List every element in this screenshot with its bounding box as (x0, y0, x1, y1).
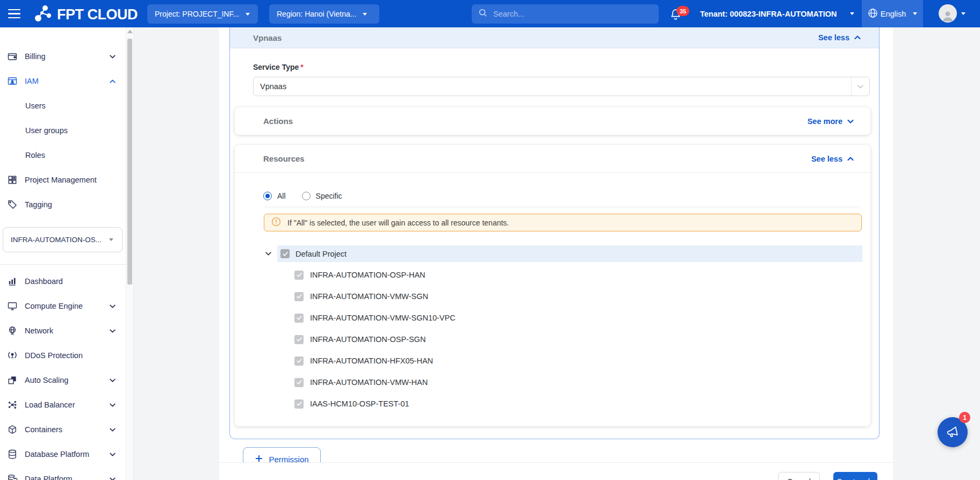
main-content: Vpnaas See less Service Type* Vpnaas Act… (219, 27, 893, 480)
language-dropdown[interactable]: English (862, 0, 923, 27)
sidebar-item-users[interactable]: Users (0, 93, 126, 118)
chevron-down-icon (109, 303, 116, 310)
tree-expand-caret-icon[interactable] (265, 250, 272, 257)
chevron-down-icon (851, 77, 869, 96)
sidebar-item-project-management[interactable]: Project Management (0, 168, 126, 192)
divider (263, 207, 860, 207)
announcement-count-badge: 1 (959, 412, 970, 423)
footer-action-bar: Cancel Create role (219, 462, 893, 480)
notification-count-badge: 35 (676, 6, 689, 16)
caret-down-icon (913, 12, 917, 15)
global-search (472, 4, 659, 24)
see-less-button[interactable]: See less (818, 33, 861, 42)
resource-item: IAAS-HCM10-OSP-TEST-01 (235, 393, 870, 414)
resource-tree: Default Project INFRA-AUTOMATION-OSP-HAN… (235, 245, 870, 414)
tenant-dropdown[interactable]: Tenant: 000823-INFRA-AUTOMATION (700, 0, 854, 27)
hamburger-menu-icon[interactable] (6, 7, 23, 20)
project-management-icon (7, 174, 18, 185)
tree-parent-label: Default Project (296, 250, 347, 258)
database-platform-icon (7, 449, 18, 460)
chevron-down-icon (847, 118, 854, 125)
chevron-down-icon (109, 476, 116, 480)
sidebar-item-dashboard[interactable]: Dashboard (0, 269, 126, 294)
scrollbar-up-arrow[interactable] (127, 30, 133, 33)
vpnaas-section-header: Vpnaas See less (230, 27, 879, 48)
sidebar-item-auto-scaling[interactable]: Auto Scaling (0, 368, 126, 392)
radio-all-label: All (277, 192, 286, 200)
cancel-button[interactable]: Cancel (778, 472, 820, 480)
billing-icon (7, 51, 18, 62)
project-selector-dropdown[interactable]: Project: PROJECT_INF... (147, 4, 258, 24)
chevron-up-icon (854, 34, 861, 41)
chevron-down-icon (109, 377, 116, 384)
checkbox-checked-disabled-icon (294, 335, 304, 344)
megaphone-icon (943, 423, 961, 441)
announcements-button[interactable]: 1 (938, 417, 968, 447)
sidebar-item-ddos-protection[interactable]: DDoS Protection (0, 343, 126, 368)
actions-title: Actions (263, 117, 293, 126)
account-menu[interactable] (939, 4, 965, 23)
sidebar-item-network[interactable]: Network (0, 318, 126, 343)
resource-item: INFRA-AUTOMATION-VMW-SGN (235, 286, 870, 307)
caret-down-icon (961, 12, 965, 15)
resources-title: Resources (263, 154, 305, 163)
chevron-down-icon (109, 53, 116, 60)
resource-item: INFRA-AUTOMATION-VMW-SGN10-VPC (235, 307, 870, 329)
sidebar-item-database-platform[interactable]: Database Platform (0, 442, 126, 467)
chevron-down-icon (109, 451, 116, 458)
sidebar-project-selector[interactable]: INFRA-AUTOMATION-OS... (3, 227, 122, 252)
service-type-label: Service Type* (253, 63, 304, 71)
sidebar-item-load-balancer[interactable]: Load Balancer (0, 392, 126, 417)
radio-specific[interactable] (302, 192, 311, 200)
sidebar-item-user-groups[interactable]: User groups (0, 118, 126, 143)
sidebar-scrollbar[interactable] (126, 27, 134, 480)
caret-down-icon (246, 13, 250, 16)
notifications-button[interactable]: 35 (669, 7, 691, 25)
permission-panel: Vpnaas See less Service Type* Vpnaas Act… (229, 27, 880, 439)
data-platform-icon (7, 474, 18, 480)
sidebar-item-billing[interactable]: Billing (0, 44, 126, 69)
resource-scope-radios: All Specific (263, 188, 353, 204)
containers-icon (7, 424, 18, 435)
tagging-icon (7, 199, 18, 210)
resource-item: INFRA-AUTOMATION-OSP-SGN (235, 329, 870, 350)
molecule-logo-icon (33, 4, 53, 25)
sidebar-item-tagging[interactable]: Tagging (0, 192, 126, 217)
sidebar-item-roles[interactable]: Roles (0, 143, 126, 168)
tree-parent-row: Default Project (277, 245, 862, 262)
fpt-cloud-logo: FPT CLOUD (33, 4, 138, 25)
see-less-button[interactable]: See less (811, 155, 854, 163)
ddos-protection-icon (7, 350, 18, 361)
sidebar-item-containers[interactable]: Containers (0, 417, 126, 442)
chevron-up-icon (109, 78, 116, 85)
create-role-button[interactable]: Create role (833, 472, 877, 480)
caret-down-icon (363, 13, 367, 16)
caret-down-icon (850, 12, 854, 15)
checkbox-checked-disabled-icon (294, 314, 304, 323)
scrollbar-thumb[interactable] (127, 39, 132, 285)
checkbox-checked-disabled-icon (294, 357, 304, 366)
service-type-select[interactable]: Vpnaas (253, 77, 870, 96)
sidebar-item-iam[interactable]: IAM (0, 69, 126, 93)
search-input[interactable] (493, 10, 644, 18)
sidebar-item-data-platform[interactable]: Data Platform (0, 467, 126, 480)
resources-header: Resources See less (235, 145, 870, 173)
chevron-down-icon (109, 402, 116, 409)
globe-icon (868, 8, 878, 20)
actions-header: Actions See more (235, 107, 870, 135)
chevron-down-icon (109, 328, 116, 334)
checkbox-checked-disabled-icon (294, 378, 304, 387)
region-selector-dropdown[interactable]: Region: Hanoi (Vietna... (269, 4, 379, 24)
radio-all[interactable] (263, 192, 272, 200)
resources-card: Resources See less All Specific (235, 145, 870, 426)
chevron-down-icon (109, 426, 116, 433)
chevron-up-icon (847, 155, 854, 163)
iam-icon (7, 76, 18, 86)
top-navbar: FPT CLOUD Project: PROJECT_INF... Region… (0, 0, 980, 27)
compute-engine-icon (7, 301, 18, 311)
actions-card: Actions See more (235, 107, 870, 135)
radio-specific-label: Specific (316, 192, 342, 200)
see-more-button[interactable]: See more (808, 117, 854, 126)
logo-text: FPT CLOUD (57, 6, 138, 23)
sidebar-item-compute-engine[interactable]: Compute Engine (0, 294, 126, 318)
